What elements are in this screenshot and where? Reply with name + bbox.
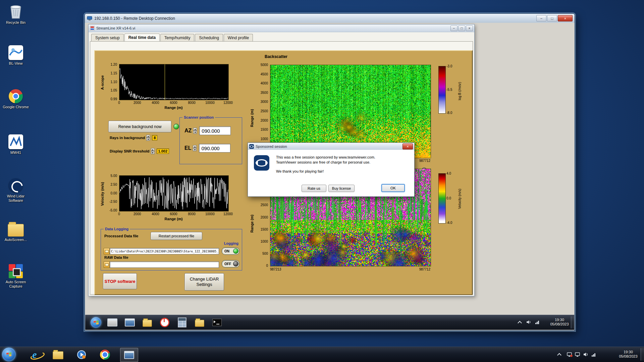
tray-display-icon[interactable] (575, 352, 581, 357)
rdp-window-title: 192.168.0.150 - Remote Desktop Connectio… (94, 16, 536, 21)
desktop-icon-label: Auto Screen Capture (1, 280, 30, 289)
toggle-on-label: ON (224, 249, 229, 253)
tray-chevron-icon[interactable] (557, 353, 561, 356)
data-logging-group: Data Logging Processed Data file Restart… (101, 229, 242, 270)
close-button[interactable]: × (558, 15, 573, 21)
app-minimize-button[interactable]: − (450, 25, 458, 31)
remote-start-button[interactable] (91, 317, 101, 328)
ascope-y-axis-label: A-scope (100, 64, 104, 101)
desktop-icon-label: Wind Lidar Software (1, 194, 30, 203)
processed-path-browse-icon[interactable] (104, 248, 110, 254)
remote-taskbar-cmd-icon[interactable] (211, 317, 223, 328)
remote-taskbar-folder-app-icon[interactable] (142, 317, 153, 328)
desktop-icon-label: AutoScreen... (1, 238, 30, 242)
scanner-position-group: Scanner position AZ 090.000 EL 090.000 (179, 117, 242, 164)
maximize-button[interactable]: □ (547, 15, 557, 21)
rays-value-field[interactable]: 8 (152, 135, 157, 140)
desktop-icon-mw41[interactable]: MW41 (1, 134, 30, 155)
raw-path-browse-icon[interactable] (104, 261, 110, 268)
remote-tray-chevron-icon[interactable] (518, 320, 521, 324)
desktop-icon-autoscreen[interactable]: AutoScreen... (1, 221, 30, 242)
velocity-y-axis-label: Velocity (m/s) (100, 176, 104, 213)
remote-taskbar-window-icon[interactable] (107, 317, 118, 328)
tab-scheduling[interactable]: Scheduling (195, 34, 223, 42)
tray-network-icon[interactable] (591, 352, 597, 357)
remote-taskbar-folder-icon[interactable] (194, 317, 205, 328)
remote-show-desktop-button[interactable] (571, 316, 574, 328)
chrome-icon (8, 88, 24, 104)
app-maximize-button[interactable]: □ (458, 25, 465, 31)
ascope-y-axis-ticks: 1.201.151.101.050.99 (106, 63, 117, 101)
backscatter-heading: Backscatter (248, 54, 305, 59)
remote-taskbar-power-icon[interactable] (159, 317, 170, 328)
remote-taskbar-calculator-icon[interactable] (176, 317, 188, 328)
remote-taskbar-monitor-icon[interactable] (124, 317, 136, 328)
taskbar-media-player-icon[interactable] (75, 348, 88, 361)
windows-flag-icon (6, 352, 11, 357)
processed-data-file-label: Processed Data file (104, 234, 139, 238)
desktop-icon-google-chrome[interactable]: Google Chrome (1, 88, 30, 109)
minimize-button[interactable]: − (536, 15, 546, 21)
backscatter-colorbar (438, 66, 446, 114)
tab-temp-humidity[interactable]: Temp/humidity (160, 34, 194, 42)
tab-system-setup[interactable]: System setup (91, 34, 124, 42)
rdp-window: 192.168.0.150 - Remote Desktop Connectio… (85, 13, 575, 331)
dialog-text-line2: TeamViewer sessions are free of charge f… (276, 160, 370, 164)
logging-label: Logging (224, 241, 238, 245)
raw-logging-toggle[interactable]: OFF (222, 260, 239, 267)
snr-spinner[interactable] (151, 148, 155, 154)
desktop-icon-bl-view[interactable]: BL-View (1, 45, 30, 66)
processed-logging-toggle[interactable]: ON (222, 247, 239, 255)
dialog-titlebar[interactable]: Sponsored session × (248, 143, 414, 150)
buy-license-button[interactable]: Buy license (328, 185, 355, 192)
host-date: 05/08/2023 (616, 354, 640, 359)
velocity-end-timestamp: 987712 (410, 267, 430, 271)
desktop-icon-label: BL-View (1, 61, 30, 66)
show-desktop-button[interactable] (641, 348, 644, 361)
el-spinner[interactable] (193, 145, 197, 151)
tab-wind-profile[interactable]: Wind profile (224, 34, 253, 42)
el-value-field[interactable]: 090.000 (199, 144, 230, 153)
tab-real-time-data[interactable]: Real time data (124, 34, 160, 42)
rays-in-background-label: Rays in background (110, 136, 145, 140)
teamviewer-logo (254, 155, 269, 171)
taskbar-chrome-icon[interactable] (99, 348, 111, 361)
az-value-field[interactable]: 090.000 (199, 126, 231, 135)
renew-background-button[interactable]: Renew background now (108, 121, 171, 132)
velocity-start-timestamp: 987213 (270, 267, 281, 271)
app-window-title: StreamLine XR v14-6.vi (96, 26, 450, 30)
app-titlebar[interactable]: StreamLine XR v14-6.vi − □ × (89, 24, 474, 32)
remote-tray-volume-icon[interactable] (526, 319, 531, 325)
recycle-bin-icon (8, 4, 24, 19)
dialog-close-button[interactable]: × (402, 143, 413, 149)
snr-value-field[interactable]: 1.002 (157, 148, 169, 154)
app-close-button[interactable]: × (466, 25, 473, 31)
remote-tray-network-icon[interactable] (535, 319, 540, 325)
desktop-icon-label: Recycle Bin (1, 20, 30, 25)
tray-status-icon[interactable] (567, 352, 573, 357)
tray-volume-icon[interactable] (583, 352, 589, 357)
start-button[interactable] (2, 348, 16, 361)
raw-path-field[interactable] (110, 261, 219, 268)
restart-processed-file-button[interactable]: Restart processed file (151, 232, 202, 240)
desktop-icon-wind-lidar[interactable]: Wind Lidar Software (1, 178, 30, 203)
stop-software-button[interactable]: STOP software (103, 273, 137, 289)
taskbar-rdp-active-icon[interactable] (120, 348, 138, 362)
ok-button[interactable]: OK (381, 184, 405, 192)
desktop-icon-auto-screen-capture[interactable]: Auto Screen Capture (1, 263, 30, 289)
rate-us-button[interactable]: Rate us (302, 185, 326, 192)
processed-path-field[interactable]: C:\Lidar\Data\Proc\2023\202308\20230805\… (110, 248, 219, 254)
desktop-icon-recycle-bin[interactable]: Recycle Bin (1, 4, 30, 25)
rdp-titlebar[interactable]: 192.168.0.150 - Remote Desktop Connectio… (85, 14, 575, 23)
remote-clock[interactable]: 19:30 05/08/2023 (545, 318, 574, 326)
change-lidar-settings-button[interactable]: Change LiDAR Settings (184, 273, 224, 291)
ascope-x-axis-label: Range (m) (119, 106, 228, 110)
toggle-knob-icon (233, 261, 238, 266)
dialog-title: Sponsored session (256, 144, 402, 148)
az-spinner[interactable] (193, 128, 197, 134)
taskbar-internet-explorer-icon[interactable]: e (28, 348, 41, 361)
vi-app-icon (90, 26, 95, 31)
rays-spinner[interactable] (146, 135, 150, 141)
taskbar-file-explorer-icon[interactable] (52, 348, 64, 361)
host-clock[interactable]: 19:30 05/08/2023 (616, 350, 640, 359)
